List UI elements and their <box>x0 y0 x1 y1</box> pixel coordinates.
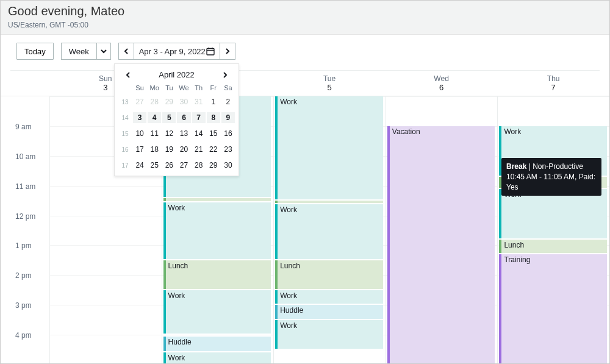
datepicker-day[interactable]: 26 <box>162 160 176 171</box>
prev-week-button[interactable] <box>118 43 134 60</box>
calendar-event[interactable]: Work <box>499 189 607 238</box>
datepicker-week-number: 14 <box>118 115 132 121</box>
datepicker-day[interactable]: 28 <box>192 160 206 171</box>
datepicker-week-number: 15 <box>118 130 132 137</box>
datepicker-day[interactable]: 25 <box>148 160 161 171</box>
calendar-event[interactable]: Huddle <box>163 337 271 352</box>
datepicker-day[interactable]: 12 <box>162 128 176 139</box>
date-range-picker[interactable]: Apr 3 - Apr 9, 2022 <box>134 43 220 60</box>
datepicker-day[interactable]: 13 <box>177 128 190 139</box>
calendar-event[interactable]: Vacation <box>387 126 495 364</box>
datepicker-day[interactable]: 1 <box>207 96 220 107</box>
calendar-event[interactable]: Lunch <box>499 240 607 253</box>
datepicker-week-number: 17 <box>118 162 132 169</box>
next-month-button[interactable] <box>220 72 230 78</box>
calendar-event[interactable] <box>163 198 271 201</box>
datepicker-day[interactable]: 2 <box>221 96 235 107</box>
datepicker-day[interactable]: 27 <box>177 160 190 171</box>
datepicker-day[interactable]: 15 <box>207 128 220 139</box>
datepicker-day[interactable]: 5 <box>162 112 176 123</box>
datepicker-day[interactable]: 27 <box>133 96 146 107</box>
calendar-event[interactable]: Lunch <box>163 260 271 289</box>
datepicker-day[interactable]: 11 <box>148 128 161 139</box>
calendar-icon <box>206 47 215 55</box>
datepicker-dow: Th <box>192 84 206 91</box>
datepicker-day[interactable]: 7 <box>192 112 206 123</box>
datepicker-day[interactable]: 31 <box>192 96 206 107</box>
datepicker-month-label: April 2022 <box>159 70 195 79</box>
datepicker-day[interactable]: 3 <box>133 112 146 123</box>
timezone-label: US/Eastern, GMT -05:00 <box>8 21 602 29</box>
time-label: 9 am <box>1 123 49 131</box>
datepicker-day[interactable]: 29 <box>207 160 220 171</box>
calendar-event[interactable]: Work <box>275 204 383 259</box>
datepicker-day[interactable]: 4 <box>148 112 161 123</box>
datepicker-day[interactable]: 30 <box>177 96 190 107</box>
datepicker-day[interactable]: 24 <box>133 160 146 171</box>
calendar: Sun3Mon4Tue5Wed6Thu7 9 am10 am11 am12 pm… <box>1 71 609 364</box>
datepicker-dow: Tu <box>162 84 176 91</box>
calendar-event[interactable]: Work <box>163 202 271 259</box>
datepicker-day[interactable]: 19 <box>162 144 176 155</box>
time-label: 3 pm <box>1 301 49 310</box>
datepicker-day[interactable]: 6 <box>177 112 190 123</box>
calendar-grid[interactable]: 9 am10 am11 am12 pm1 pm2 pm3 pm4 pm Work… <box>1 96 609 364</box>
calendar-event[interactable]: Work <box>163 352 271 364</box>
datepicker-day[interactable]: 10 <box>133 128 146 139</box>
svg-rect-0 <box>207 49 214 55</box>
datepicker-dow: Sa <box>221 84 235 91</box>
datepicker-dow: We <box>177 84 190 91</box>
time-axis: 9 am10 am11 am12 pm1 pm2 pm3 pm4 pm <box>1 96 49 364</box>
datepicker-week-number: 16 <box>118 146 132 153</box>
calendar-day-header: Sun3Mon4Tue5Wed6Thu7 <box>1 71 609 96</box>
datepicker-day[interactable]: 20 <box>177 144 190 155</box>
calendar-event[interactable]: Work <box>275 96 383 199</box>
datepicker-day[interactable]: 17 <box>133 144 146 155</box>
datepicker-day[interactable]: 18 <box>148 144 161 155</box>
next-week-button[interactable] <box>220 43 235 60</box>
date-range-label: Apr 3 - Apr 9, 2022 <box>139 47 206 56</box>
datepicker-day[interactable]: 22 <box>207 144 220 155</box>
day-column[interactable]: WorkWorkLunchTraining <box>497 96 609 364</box>
datepicker-popover: April 2022 SuMoTuWeThFrSa132728293031121… <box>114 63 239 176</box>
tooltip-category: Non-Productive <box>533 162 583 171</box>
datepicker-dow: Fr <box>207 84 220 91</box>
datepicker-day[interactable]: 30 <box>221 160 235 171</box>
datepicker-day[interactable]: 29 <box>162 96 176 107</box>
day-header-cell: Thu7 <box>497 71 609 96</box>
day-column[interactable]: WorkWorkLunchWorkHuddleWork <box>273 96 386 364</box>
datepicker-grid: SuMoTuWeThFrSa13272829303112143456789151… <box>118 84 235 171</box>
day-header-cell: Wed6 <box>386 71 498 96</box>
calendar-event[interactable]: Work <box>163 290 271 334</box>
datepicker-day[interactable]: 9 <box>221 112 235 123</box>
prev-month-button[interactable] <box>123 72 133 78</box>
calendar-event[interactable]: Work <box>275 320 383 349</box>
datepicker-week-number: 13 <box>118 99 132 105</box>
tooltip-detail: 10:45 AM - 11:05 AM, Paid: Yes <box>506 172 597 193</box>
view-select-label: Week <box>62 47 96 56</box>
calendar-event[interactable]: Lunch <box>275 260 383 289</box>
datepicker-dow: Su <box>133 84 146 91</box>
datepicker-day[interactable]: 8 <box>207 112 220 123</box>
calendar-event[interactable]: Work <box>275 290 383 304</box>
datepicker-day[interactable]: 23 <box>221 144 235 155</box>
time-label: 2 pm <box>1 271 49 280</box>
datepicker-day[interactable]: 14 <box>192 128 206 139</box>
datepicker-day[interactable]: 16 <box>221 128 235 139</box>
today-button[interactable]: Today <box>16 43 54 60</box>
time-label: 10 am <box>1 152 49 161</box>
page-title: Good evening, Mateo <box>8 4 602 18</box>
calendar-event[interactable] <box>275 201 383 203</box>
calendar-event[interactable]: Huddle <box>275 305 383 318</box>
date-nav: Apr 3 - Apr 9, 2022 <box>118 43 235 60</box>
time-label: 1 pm <box>1 241 49 250</box>
day-column[interactable]: Vacation <box>386 96 498 364</box>
time-label: 4 pm <box>1 331 49 340</box>
toolbar: Today Week Apr 3 - Apr 9, 2022 <box>1 35 609 67</box>
chevron-down-icon <box>96 43 110 59</box>
datepicker-day[interactable]: 28 <box>148 96 161 107</box>
tooltip-title: Break <box>506 162 526 171</box>
calendar-event[interactable]: Training <box>499 254 607 364</box>
view-select[interactable]: Week <box>61 43 111 60</box>
datepicker-day[interactable]: 21 <box>192 144 206 155</box>
